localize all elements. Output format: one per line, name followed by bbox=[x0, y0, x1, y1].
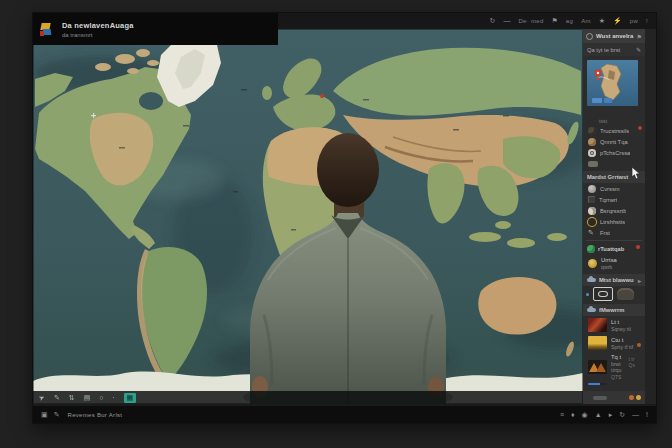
sidebar-item[interactable]: Tqrrwrt bbox=[583, 194, 645, 205]
cloud-icon bbox=[587, 278, 596, 282]
refresh-icon[interactable]: ↻ bbox=[619, 411, 625, 419]
triangle-icon[interactable]: ▲ bbox=[595, 411, 602, 419]
sidebar-item[interactable]: ✎ Frst bbox=[583, 227, 645, 238]
item-title: Ctu t bbox=[611, 337, 633, 343]
edit-icon[interactable]: ✎ bbox=[636, 46, 641, 53]
slider-handle[interactable] bbox=[593, 396, 607, 400]
cloud-icon bbox=[587, 308, 596, 312]
sidebar-subheader[interactable]: Qa tyt te brst ✎ bbox=[583, 43, 645, 56]
section-header[interactable]: Mtst blawwu ▸ bbox=[583, 274, 645, 286]
pin-icon[interactable]: ⚑ bbox=[637, 33, 642, 40]
history-icon[interactable]: ↻ bbox=[490, 13, 496, 29]
map-viewport[interactable]: ➤ ✎ ⇅ ▤ ○ · ▦ bbox=[33, 29, 583, 404]
sidebar-item-label: Cvrssm bbox=[600, 186, 620, 192]
progress-fill bbox=[588, 383, 600, 385]
item-title: Urrtsa bbox=[601, 257, 617, 263]
panel-icon[interactable]: ▣ bbox=[41, 411, 48, 419]
mode-label[interactable]: De· med bbox=[518, 13, 543, 29]
dash-icon[interactable]: — bbox=[632, 411, 639, 419]
grid-tool-active[interactable]: ▦ bbox=[124, 393, 136, 403]
measure-icon[interactable]: — bbox=[503, 13, 510, 29]
section-title: rTuattqab bbox=[598, 246, 624, 252]
box-icon bbox=[588, 196, 595, 203]
sidebar-header[interactable]: Wust anvelra ⚑ bbox=[583, 29, 645, 43]
target-icon bbox=[586, 33, 593, 40]
flash-icon[interactable]: ⚡ bbox=[613, 13, 622, 29]
dot-tool[interactable]: · bbox=[112, 392, 114, 404]
sidebar-item[interactable]: Urrtsa qwrb bbox=[583, 255, 645, 272]
pen-icon: ✎ bbox=[588, 229, 596, 237]
coin-icon bbox=[588, 259, 597, 268]
select-cursor-tool[interactable]: ➤ bbox=[37, 391, 47, 404]
sidebar-item[interactable]: Cvrssm bbox=[583, 183, 645, 194]
folder-tool[interactable]: ▤ bbox=[84, 392, 91, 404]
blue-dot-icon bbox=[586, 293, 589, 296]
tag-ag[interactable]: ag bbox=[566, 13, 573, 29]
sidebar-bottom-bar bbox=[583, 391, 645, 404]
minimap[interactable] bbox=[587, 60, 638, 106]
tag-am[interactable]: Am bbox=[581, 13, 591, 29]
edit-icon[interactable]: ✎ bbox=[54, 411, 60, 419]
item-title: Tq t bbox=[611, 354, 625, 360]
app-window: ↻ — De· med ⚑ ag Am ★ ⚡ pw ! Da newlaven… bbox=[33, 13, 656, 423]
statusbar: ▣ ✎ Revemes Bur Arlst ≡ ♦ ◉ ▲ ▸ ↻ — ! bbox=[33, 406, 656, 423]
item-meta: t tr Qs bbox=[629, 354, 638, 368]
media-item[interactable]: Tq t brwt ttrqu QTS t tr Qs bbox=[583, 352, 645, 382]
notification-badge bbox=[637, 343, 641, 347]
notification-badge bbox=[636, 245, 640, 249]
chevron-right-icon[interactable]: ▸ bbox=[638, 277, 641, 284]
statusbar-right-icons: ≡ ♦ ◉ ▲ ▸ ↻ — ! bbox=[560, 411, 648, 419]
pin-icon[interactable]: ⚑ bbox=[552, 13, 558, 29]
item-subtitle: brwt ttrqu bbox=[611, 361, 625, 373]
adjust-tool[interactable]: ⇅ bbox=[69, 392, 75, 404]
item-title: Lt t bbox=[611, 319, 631, 325]
sidebar-item-label: Trucstrssils bbox=[600, 128, 629, 134]
item-extra: QTS bbox=[611, 374, 625, 380]
swan-icon bbox=[588, 207, 596, 215]
alert-icon[interactable]: ! bbox=[646, 411, 648, 419]
play-icon[interactable]: ▸ bbox=[609, 411, 613, 419]
map-toolbar: ➤ ✎ ⇅ ▤ ○ · ▦ bbox=[33, 391, 583, 404]
section-header[interactable]: fMwwrrm bbox=[583, 304, 645, 316]
sidebar-item[interactable]: Ltrshhstts bbox=[583, 216, 645, 227]
notification-badge bbox=[638, 126, 642, 130]
app-subtitle: da transmrt bbox=[62, 32, 134, 38]
media-thumbnail bbox=[588, 318, 607, 332]
person-overlay bbox=[230, 115, 460, 404]
media-thumbnail bbox=[588, 336, 607, 350]
orange-dot-icon[interactable] bbox=[629, 395, 634, 400]
frame-thumbnail[interactable] bbox=[593, 287, 613, 301]
green-status-icon bbox=[587, 245, 595, 253]
circle-tool[interactable]: ○ bbox=[99, 392, 103, 404]
dark-thumbnail[interactable] bbox=[617, 288, 634, 300]
star-icon[interactable]: ★ bbox=[599, 13, 605, 29]
yellow-dot-icon[interactable] bbox=[636, 395, 641, 400]
app-title-card: Da newlavenAuaga da transmrt bbox=[33, 13, 278, 45]
shoe-icon bbox=[588, 138, 596, 146]
sidebar-item-label: Frst bbox=[600, 230, 610, 236]
statusbar-text: Revemes Bur Arlst bbox=[68, 412, 123, 418]
group-caption: tsst bbox=[599, 118, 645, 124]
sidebar-item[interactable]: Qnnrtt Tqa bbox=[583, 136, 645, 147]
sidebar-gutter bbox=[645, 29, 656, 404]
section-title: fMwwrrm bbox=[599, 307, 624, 313]
sidebar-item[interactable]: pTchsCrssa bbox=[583, 147, 645, 158]
disc-icon bbox=[588, 149, 596, 157]
app-logo-icon bbox=[40, 22, 54, 36]
user-label[interactable]: pw bbox=[630, 13, 638, 29]
app-title: Da newlavenAuaga bbox=[62, 21, 134, 30]
sidebar-item-label: pTchsCrssa bbox=[600, 150, 630, 156]
sidebar-item-label: Tqrrwrt bbox=[599, 197, 617, 203]
record-icon[interactable]: ◉ bbox=[582, 411, 588, 419]
sidebar-item[interactable]: Trucstrssils bbox=[583, 125, 645, 136]
pen-tool[interactable]: ✎ bbox=[54, 392, 60, 404]
section-title: Mardst Grrtwst bbox=[587, 174, 628, 180]
menu-icon[interactable]: ≡ bbox=[560, 411, 564, 419]
media-item[interactable]: Lt t Sqrwy ttl bbox=[583, 316, 645, 334]
sidebar-item-label: Qnnrtt Tqa bbox=[600, 139, 628, 145]
alert-label[interactable]: ! bbox=[646, 13, 648, 29]
sidebar-item[interactable]: Bsrqrssrtb bbox=[583, 205, 645, 216]
media-item[interactable]: Ctu t Sprty tf ttf bbox=[583, 334, 645, 352]
diamond-icon[interactable]: ♦ bbox=[571, 411, 575, 419]
media-thumbnail bbox=[588, 360, 607, 374]
